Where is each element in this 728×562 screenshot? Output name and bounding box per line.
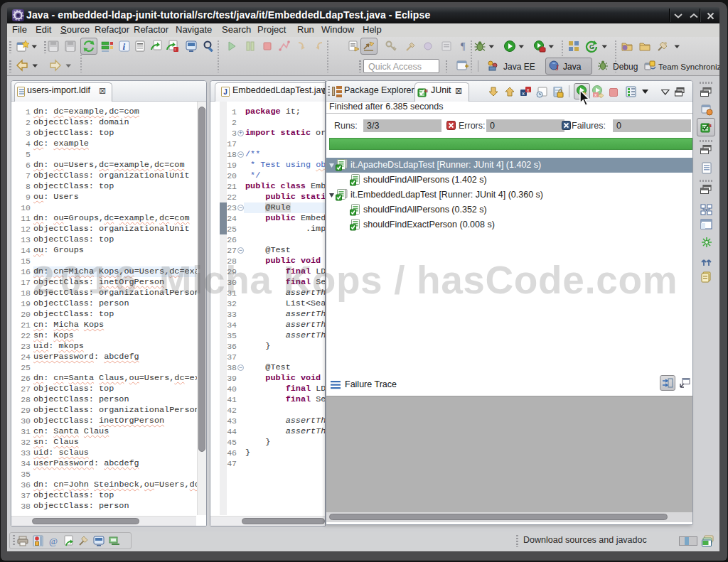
- svg-text:@: @: [49, 536, 58, 546]
- svg-text:x: x: [594, 92, 597, 97]
- svg-text:i: i: [123, 41, 126, 52]
- svg-text:x: x: [522, 90, 525, 97]
- svg-text:x: x: [527, 87, 530, 92]
- svg-text:u: u: [424, 87, 428, 94]
- svg-text:u: u: [708, 121, 712, 129]
- svg-text:J: J: [555, 64, 559, 72]
- svg-text:¶: ¶: [461, 41, 466, 52]
- svg-text:G: G: [589, 43, 594, 50]
